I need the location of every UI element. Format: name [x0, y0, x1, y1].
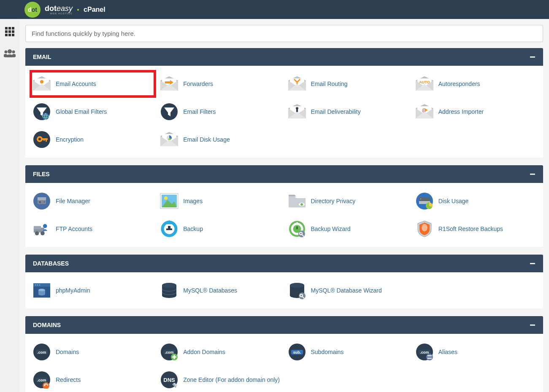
item-label: Email Routing — [311, 81, 348, 87]
item-label: R1Soft Restore Backups — [438, 226, 503, 232]
users-icon[interactable] — [4, 49, 16, 59]
item-subdomains[interactable]: sub. Subdomains — [287, 340, 410, 364]
apps-grid-icon[interactable] — [5, 27, 15, 38]
item-label: Disk Usage — [438, 198, 469, 204]
item-forwarders[interactable]: Forwarders — [159, 72, 282, 96]
svg-rect-93 — [296, 226, 298, 229]
phpmyadmin-icon — [32, 281, 51, 300]
panel-header-databases[interactable]: DATABASES − — [25, 255, 543, 272]
svg-point-102 — [39, 285, 41, 286]
brand-logo[interactable]: dot doteasy WEB HOSTING ● cPanel — [24, 2, 105, 18]
panel-header-files[interactable]: FILES − — [25, 165, 543, 183]
item-label: Domains — [56, 349, 79, 355]
item-ftp-accounts[interactable]: FTP Accounts — [31, 217, 154, 241]
item-label: Zone Editor (For addon domain only) — [183, 376, 280, 383]
panel-header-email[interactable]: EMAIL − — [25, 48, 543, 66]
collapse-icon[interactable]: − — [530, 323, 535, 327]
item-label: Email Filters — [183, 108, 216, 115]
item-phpmyadmin[interactable]: phpMyAdmin — [31, 278, 154, 303]
item-email-deliverability[interactable]: Email Deliverability — [287, 99, 410, 124]
panel-email: EMAIL − Email Accounts Forwarders — [25, 48, 543, 158]
svg-point-55 — [38, 138, 41, 140]
item-r1soft[interactable]: R1Soft Restore Backups — [414, 217, 537, 241]
item-backup[interactable]: Backup — [159, 217, 282, 241]
item-images[interactable]: Images — [159, 189, 282, 213]
item-aliases[interactable]: .com Aliases — [414, 340, 537, 364]
item-label: Subdomains — [311, 349, 344, 355]
item-disk-usage[interactable]: Disk Usage — [414, 189, 537, 213]
autoresponders-icon: AUTO — [415, 75, 434, 93]
svg-point-9 — [8, 49, 12, 54]
redirects-icon: .com — [32, 371, 51, 389]
item-label: Email Accounts — [56, 81, 96, 87]
item-backup-wizard[interactable]: Backup Wizard — [287, 217, 410, 241]
ftp-accounts-icon — [32, 220, 51, 238]
item-label: Backup Wizard — [311, 226, 351, 232]
svg-point-114 — [290, 283, 304, 288]
item-file-manager[interactable]: File Manager — [31, 189, 154, 213]
collapse-icon[interactable]: − — [530, 55, 535, 59]
svg-rect-56 — [42, 138, 48, 140]
svg-point-79 — [420, 202, 421, 203]
item-label: Email Deliverability — [311, 108, 361, 115]
svg-point-106 — [38, 289, 45, 291]
svg-point-13 — [12, 51, 15, 54]
app-name: cPanel — [84, 6, 105, 13]
svg-point-84 — [41, 231, 45, 236]
panel-files: FILES − File Manager Images — [25, 165, 543, 247]
svg-rect-7 — [8, 34, 11, 36]
forwarders-icon — [160, 75, 179, 93]
r1soft-icon — [415, 220, 434, 238]
item-domains[interactable]: .com Domains — [31, 340, 154, 364]
mysql-wizard-icon — [287, 281, 307, 300]
mysql-db-icon — [160, 281, 179, 300]
item-encryption[interactable]: Encryption — [31, 127, 154, 152]
addon-domains-icon: .com — [160, 343, 179, 361]
item-mysql-databases[interactable]: MySQL® Databases — [159, 278, 282, 303]
item-directory-privacy[interactable]: Directory Privacy — [287, 189, 410, 213]
svg-rect-3 — [5, 30, 8, 33]
item-email-filters[interactable]: Email Filters — [159, 99, 282, 124]
email-disk-usage-icon — [160, 130, 179, 149]
item-label: Redirects — [56, 376, 81, 383]
item-zone-editor[interactable]: DNS Zone Editor (For addon domain only) — [159, 368, 282, 392]
search-input[interactable] — [25, 25, 543, 42]
panel-header-domains[interactable]: DOMAINS − — [25, 316, 543, 334]
item-redirects[interactable]: .com Redirects — [31, 368, 154, 392]
logo-circle-icon: dot — [24, 2, 41, 18]
svg-text:AUTO: AUTO — [419, 80, 430, 84]
svg-text:DNS: DNS — [164, 377, 176, 383]
item-address-importer[interactable]: @ Address Importer — [414, 99, 537, 124]
aliases-icon: .com — [415, 343, 434, 361]
collapse-icon[interactable]: − — [530, 261, 535, 266]
global-filters-icon — [32, 102, 51, 121]
svg-rect-44 — [296, 109, 298, 112]
item-addon-domains[interactable]: .com Addon Domains — [159, 340, 282, 364]
panel-databases: DATABASES − phpMyAdmin MySQL® Databases — [25, 255, 543, 309]
svg-point-100 — [35, 285, 36, 286]
item-global-email-filters[interactable]: Global Email Filters — [31, 99, 154, 124]
item-label: FTP Accounts — [56, 226, 92, 232]
item-email-disk-usage[interactable]: Email Disk Usage — [159, 127, 282, 152]
svg-text:.com: .com — [37, 350, 46, 354]
email-routing-icon — [287, 75, 307, 93]
svg-rect-58 — [43, 138, 45, 141]
deliverability-icon — [287, 102, 307, 121]
subdomains-icon: sub. — [287, 343, 307, 361]
brand-left: dot — [45, 5, 57, 12]
panel-title: EMAIL — [33, 54, 51, 60]
svg-rect-0 — [5, 27, 8, 30]
brand-right: easy — [57, 5, 73, 12]
svg-point-17 — [40, 80, 43, 83]
svg-point-97 — [422, 224, 427, 231]
item-mysql-wizard[interactable]: MySQL® Database Wizard — [287, 278, 410, 303]
svg-rect-6 — [5, 34, 8, 36]
item-email-accounts[interactable]: Email Accounts — [31, 72, 154, 96]
item-autoresponders[interactable]: AUTO Autoresponders — [414, 72, 537, 96]
item-email-routing[interactable]: Email Routing — [287, 72, 410, 96]
collapse-icon[interactable]: − — [530, 172, 535, 176]
svg-point-71 — [164, 196, 168, 200]
svg-rect-1 — [8, 27, 11, 30]
sidebar — [0, 19, 19, 392]
panel-domains: DOMAINS − .com Domains .com Addon Domain… — [25, 316, 543, 392]
